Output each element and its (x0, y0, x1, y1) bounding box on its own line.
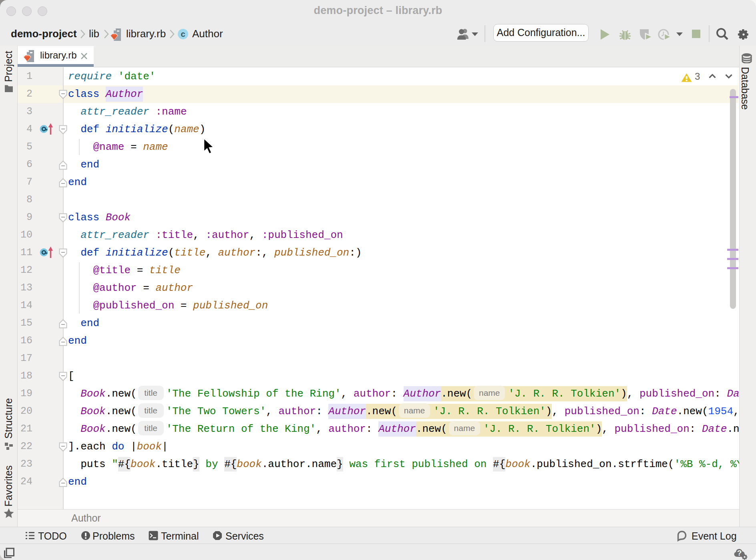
svg-text:?: ? (737, 549, 742, 557)
svg-text:c: c (181, 30, 185, 38)
